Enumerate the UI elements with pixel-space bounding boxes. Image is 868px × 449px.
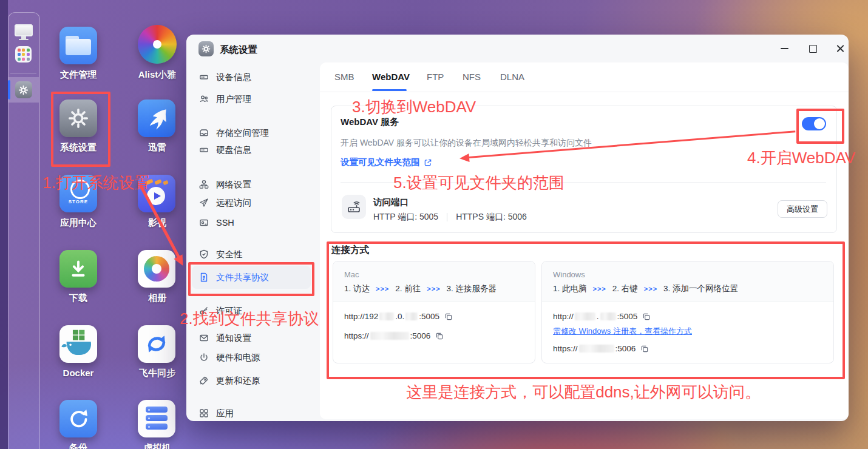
desktop-icon-system-settings[interactable] (59, 100, 97, 137)
mac-http-url: http://192 .0. :5005 (344, 312, 453, 321)
desktop-icon-thunder[interactable] (138, 100, 175, 137)
mac-https-url: https:// :5006 (344, 331, 444, 340)
copy-icon[interactable] (642, 312, 651, 321)
copy-icon[interactable] (640, 345, 649, 353)
https-port: HTTPS 端口: 5006 (456, 212, 527, 223)
terminal-icon (199, 218, 209, 228)
registry-help-link[interactable]: 需修改 Windows 注册表，查看操作方式 (553, 326, 692, 337)
desktop-icon-label: 迅雷 (118, 142, 197, 154)
mac-steps: 1. 访达 >>> 2. 前往 >>> 3. 连接服务器 (344, 283, 524, 294)
rocket-icon (199, 376, 209, 385)
port-title: 访问端口 (373, 197, 409, 208)
tab-ftp[interactable]: FTP (427, 72, 444, 82)
sidebar-item-license[interactable]: 许可证 (192, 299, 311, 322)
window-title: 系统设置 (220, 44, 257, 56)
redacted-segment (405, 312, 418, 320)
desktop-icon-movies[interactable] (138, 175, 175, 212)
maximize-button[interactable] (808, 44, 818, 53)
desktop-icon-label: 影视 (118, 217, 197, 229)
sidebar-item-label: 安全性 (216, 249, 243, 260)
step-arrow-icon: >>> (644, 285, 657, 292)
desktop-icon-label: 虚拟机 (118, 442, 197, 449)
sidebar-item-label: 远程访问 (216, 197, 251, 209)
desktop-icon-fn-sync[interactable] (138, 325, 175, 363)
desktop-icon-photos[interactable] (138, 250, 175, 288)
app-grid-icon (15, 46, 32, 62)
play-icon (147, 187, 165, 205)
minimize-button[interactable] (779, 44, 789, 53)
external-link-icon (424, 158, 432, 167)
desktop-icon-label: 下载 (39, 292, 118, 304)
sidebar-item-user-management[interactable]: 用户管理 (192, 87, 311, 110)
document-icon (199, 272, 209, 282)
desktop-icon-label: 相册 (118, 292, 197, 304)
tab-webdav[interactable]: WebDAV (372, 72, 410, 82)
port-values: HTTP 端口: 5005 HTTPS 端口: 5006 (373, 212, 527, 223)
desktop-icon-app-center[interactable]: STORE (59, 175, 97, 212)
dock-divider (10, 73, 36, 73)
network-icon (199, 180, 209, 189)
step-arrow-icon: >>> (593, 285, 606, 292)
sync-arrows-icon (143, 331, 170, 357)
pinwheel-icon (153, 40, 161, 49)
arrowhead-icon (174, 254, 188, 268)
step-arrow-icon: >>> (427, 285, 440, 292)
os-label-mac: Mac (344, 270, 524, 279)
drive-icon (199, 72, 209, 82)
dock-item-app-grid[interactable] (8, 46, 39, 62)
desktop-icon-backup[interactable] (59, 400, 97, 437)
desktop-icon-docker[interactable] (59, 325, 97, 363)
paper-plane-icon (199, 198, 209, 208)
power-icon (199, 353, 209, 362)
minimize-icon (781, 48, 788, 49)
tab-smb[interactable]: SMB (334, 72, 354, 82)
sidebar-item-ssh[interactable]: SSH (192, 211, 311, 234)
desktop-icon-vm[interactable] (138, 400, 175, 437)
sidebar-item-file-sharing[interactable]: 文件共享协议 (192, 266, 311, 289)
redacted-segment (600, 312, 616, 320)
envelope-icon (199, 333, 209, 343)
sidebar-item-label: 硬盘信息 (216, 144, 251, 156)
close-button[interactable] (836, 44, 846, 53)
connection-title: 连接方式 (331, 244, 369, 257)
sidebar-item-hardware-power[interactable]: 硬件和电源 (192, 346, 311, 369)
mac-connection-card: Mac 1. 访达 >>> 2. 前往 >>> 3. 连接服务器 http://… (333, 261, 535, 363)
redacted-segment (379, 312, 394, 320)
folder-scope-link[interactable]: 设置可见文件夹范围 (341, 157, 432, 168)
close-icon (836, 44, 845, 53)
sidebar-item-label: 网络设置 (216, 179, 251, 191)
desktop-icon-alist[interactable] (138, 25, 177, 64)
tab-dlna[interactable]: DLNA (500, 72, 524, 82)
windows-http-url: http:// . :5005 (553, 312, 651, 321)
sidebar-item-label: 应用 (216, 408, 234, 419)
desktop-icon-label: 飞牛同步 (118, 368, 197, 379)
tab-nfs[interactable]: NFS (463, 72, 481, 82)
sidebar-item-disk-info[interactable]: 硬盘信息 (192, 138, 311, 161)
sidebar-item-update-restore[interactable]: 更新和还原 (192, 369, 311, 392)
desktop-icon-file-manager[interactable] (59, 27, 97, 64)
circular-arrows-icon (66, 407, 90, 431)
folder-scope-link-label: 设置可见文件夹范围 (341, 157, 420, 168)
sidebar-item-apps[interactable]: 应用 (192, 402, 311, 425)
copy-icon[interactable] (435, 332, 444, 340)
store-ring-icon (70, 180, 90, 199)
advanced-settings-button[interactable]: 高级设置 (778, 200, 827, 218)
os-label-windows: Windows (553, 270, 822, 279)
webdav-toggle[interactable] (802, 117, 826, 130)
dock-item-desktop[interactable] (8, 24, 39, 36)
sidebar-item-label: SSH (216, 218, 234, 228)
flower-icon (144, 256, 169, 282)
redacted-segment (579, 345, 614, 353)
desktop-icon-download[interactable] (59, 250, 97, 288)
sidebar-item-label: 存储空间管理 (216, 127, 269, 139)
sidebar-item-device-info[interactable]: 设备信息 (192, 66, 311, 89)
windows-steps: 1. 此电脑 >>> 2. 右键 >>> 3. 添加一个网络位置 (553, 283, 822, 294)
sidebar-item-security[interactable]: 安全性 (192, 243, 311, 266)
copy-icon[interactable] (444, 312, 453, 321)
gear-icon (15, 81, 32, 98)
windows-connection-card: Windows 1. 此电脑 >>> 2. 右键 >>> 3. 添加一个网络位置… (541, 261, 834, 363)
dock-item-system-settings[interactable] (8, 81, 39, 98)
users-icon (199, 94, 209, 104)
service-card-divider (341, 182, 826, 183)
redacted-segment (370, 332, 409, 340)
